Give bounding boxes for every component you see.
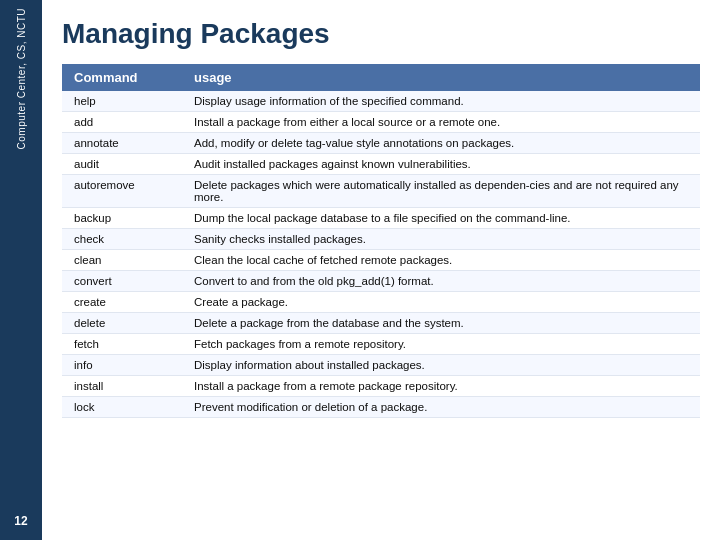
usage-cell: Display usage information of the specifi… — [182, 91, 700, 112]
usage-cell: Sanity checks installed packages. — [182, 229, 700, 250]
table-header-row: Command usage — [62, 64, 700, 91]
table-row: autoremoveDelete packages which were aut… — [62, 175, 700, 208]
command-cell: audit — [62, 154, 182, 175]
sidebar-label: Computer Center, CS, NCTU — [15, 8, 28, 149]
command-cell: autoremove — [62, 175, 182, 208]
usage-cell: Add, modify or delete tag-value style an… — [182, 133, 700, 154]
command-cell: add — [62, 112, 182, 133]
usage-cell: Audit installed packages against known v… — [182, 154, 700, 175]
command-cell: fetch — [62, 334, 182, 355]
packages-table: Command usage helpDisplay usage informat… — [62, 64, 700, 418]
usage-cell: Install a package from either a local so… — [182, 112, 700, 133]
usage-cell: Install a package from a remote package … — [182, 376, 700, 397]
page-title: Managing Packages — [62, 18, 700, 50]
command-cell: delete — [62, 313, 182, 334]
column-header-usage: usage — [182, 64, 700, 91]
main-content: Managing Packages Command usage helpDisp… — [42, 0, 720, 540]
usage-cell: Prevent modification or deletion of a pa… — [182, 397, 700, 418]
command-cell: convert — [62, 271, 182, 292]
table-row: infoDisplay information about installed … — [62, 355, 700, 376]
table-row: addInstall a package from either a local… — [62, 112, 700, 133]
command-cell: clean — [62, 250, 182, 271]
usage-cell: Convert to and from the old pkg_add(1) f… — [182, 271, 700, 292]
table-row: lockPrevent modification or deletion of … — [62, 397, 700, 418]
table-row: backupDump the local package database to… — [62, 208, 700, 229]
table-row: helpDisplay usage information of the spe… — [62, 91, 700, 112]
table-row: checkSanity checks installed packages. — [62, 229, 700, 250]
table-row: auditAudit installed packages against kn… — [62, 154, 700, 175]
usage-cell: Delete packages which were automatically… — [182, 175, 700, 208]
command-cell: check — [62, 229, 182, 250]
command-cell: backup — [62, 208, 182, 229]
command-cell: annotate — [62, 133, 182, 154]
page-number: 12 — [14, 514, 27, 528]
usage-cell: Display information about installed pack… — [182, 355, 700, 376]
command-cell: install — [62, 376, 182, 397]
usage-cell: Delete a package from the database and t… — [182, 313, 700, 334]
table-row: deleteDelete a package from the database… — [62, 313, 700, 334]
command-cell: help — [62, 91, 182, 112]
table-row: installInstall a package from a remote p… — [62, 376, 700, 397]
usage-cell: Clean the local cache of fetched remote … — [182, 250, 700, 271]
table-row: cleanClean the local cache of fetched re… — [62, 250, 700, 271]
usage-cell: Create a package. — [182, 292, 700, 313]
command-cell: info — [62, 355, 182, 376]
sidebar: Computer Center, CS, NCTU 12 — [0, 0, 42, 540]
command-cell: create — [62, 292, 182, 313]
table-row: annotateAdd, modify or delete tag-value … — [62, 133, 700, 154]
table-row: convertConvert to and from the old pkg_a… — [62, 271, 700, 292]
table-row: createCreate a package. — [62, 292, 700, 313]
column-header-command: Command — [62, 64, 182, 91]
usage-cell: Fetch packages from a remote repository. — [182, 334, 700, 355]
table-row: fetchFetch packages from a remote reposi… — [62, 334, 700, 355]
command-cell: lock — [62, 397, 182, 418]
usage-cell: Dump the local package database to a fil… — [182, 208, 700, 229]
